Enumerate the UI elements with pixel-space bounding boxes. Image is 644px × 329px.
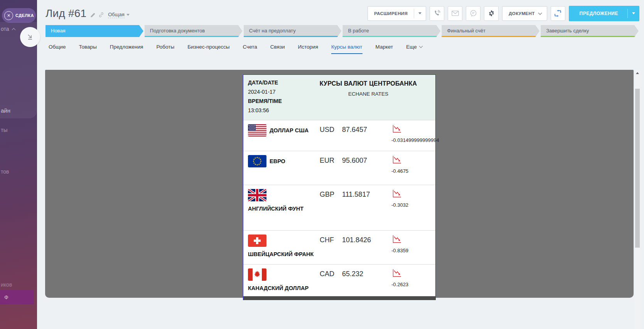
scrollbar-thumb[interactable] (635, 89, 640, 248)
email-button[interactable] (448, 6, 462, 21)
header-actions: РАСШИРЕНИЯ (368, 6, 639, 21)
downtrend-chart-icon (391, 268, 402, 278)
collapse-arrow-icon (26, 33, 34, 41)
chevron-down-icon (126, 14, 130, 17)
proposal-button[interactable]: ПРЕДЛОЖЕНИЕ (569, 6, 639, 21)
downtrend-chart-icon (391, 235, 402, 244)
table-row-gbp: АНГЛИЙСКИЙ ФУНТ GBP 111.5817 -0.3032 (243, 185, 435, 230)
downtrend-chart-icon (391, 189, 402, 199)
currency-code: CHF (320, 235, 342, 244)
stage-close-deal[interactable]: Завершить сделку (541, 25, 639, 37)
us-flag-icon (248, 124, 266, 137)
currency-rate: 111.5817 (342, 189, 385, 199)
tab-invoices[interactable]: Счета (243, 44, 257, 54)
widget-frame-area: ДАТА/DATE 2024-01-17 ВРЕМЯ/TIME 13:03:56… (45, 70, 634, 298)
currency-rate: 87.6457 (342, 124, 385, 134)
currency-delta: -0.3032 (391, 202, 435, 208)
currency-name: ШВЕЙЦАРСКИЙ ФРАНК (248, 250, 314, 258)
gear-icon (488, 10, 495, 17)
sidebar-item-active[interactable]: Ф (0, 290, 34, 304)
downtrend-chart-icon (391, 124, 402, 134)
view-switcher[interactable]: Общая (108, 12, 130, 18)
rates-title: КУРСЫ ВАЛЮТ ЦЕНТРОБАНКА (307, 80, 430, 87)
table-row-cad: КАНАДСКИЙ ДОЛЛАР CAD 65.232 -0.2623 (243, 264, 435, 296)
rates-header: ДАТА/DATE 2024-01-17 ВРЕМЯ/TIME 13:03:56… (243, 75, 435, 120)
page-title: Лид #61 (46, 7, 86, 20)
call-button[interactable] (430, 6, 444, 21)
date-value: 2024-01-17 (248, 87, 307, 97)
date-label: ДАТА/DATE (248, 78, 307, 87)
tab-robots[interactable]: Роботы (156, 44, 174, 54)
proposal-dropdown[interactable] (628, 11, 639, 16)
eu-flag-icon (248, 155, 266, 167)
gb-flag-icon (248, 189, 266, 201)
currency-rate: 65.232 (342, 268, 385, 278)
document-button[interactable]: ДОКУМЕНТ (502, 6, 547, 21)
currency-code: GBP (320, 189, 342, 199)
tab-currency-rates[interactable]: Курсы валют (331, 44, 362, 54)
scrollbar-up-button[interactable] (635, 70, 640, 76)
currency-delta: -0.2623 (391, 282, 435, 287)
close-icon[interactable]: × (4, 11, 13, 20)
currency-code: USD (320, 124, 342, 134)
widget-bottom-bar (243, 296, 435, 300)
left-sidebar: × СДЕЛКА ота айн ты тов иков Ф (0, 0, 37, 329)
deal-badge-label: СДЕЛКА (15, 13, 34, 18)
time-value: 13:03:56 (248, 106, 307, 115)
currency-delta: -0.031499999999994 (391, 137, 439, 143)
edit-pencil-icon[interactable] (90, 12, 96, 18)
envelope-icon (452, 10, 459, 16)
extensions-button[interactable]: РАСШИРЕНИЯ (368, 6, 426, 21)
rates-subtitle: ECHANE RATES (307, 91, 430, 97)
currency-delta: -0.8359 (391, 248, 435, 253)
currency-rates-widget: ДАТА/DATE 2024-01-17 ВРЕМЯ/TIME 13:03:56… (243, 74, 436, 300)
sidebar-collapse-button[interactable] (20, 27, 40, 47)
currency-rate: 101.8426 (342, 235, 385, 244)
stage-prepay-invoice[interactable]: Счёт на предоплату (244, 25, 342, 37)
downtrend-chart-icon (391, 155, 402, 165)
link-icon[interactable] (98, 12, 104, 18)
tab-market[interactable]: Маркет (376, 44, 393, 54)
currency-delta: -0.4675 (391, 168, 435, 174)
ca-flag-icon (248, 268, 266, 281)
stage-docs[interactable]: Подготовка документов (145, 25, 243, 37)
page-header: Лид #61 Общая РАСШИРЕНИЯ (37, 0, 644, 23)
tab-general[interactable]: Общие (49, 44, 66, 54)
time-label: ВРЕМЯ/TIME (248, 97, 307, 106)
ch-flag-icon (248, 235, 266, 247)
tab-quotes[interactable]: Предложения (110, 44, 143, 54)
currency-name: ЕВРО (270, 157, 285, 165)
stage-in-progress[interactable]: В работе (342, 25, 440, 37)
currency-rate: 95.6007 (342, 155, 385, 165)
currency-name: АНГЛИЙСКИЙ ФУНТ (248, 204, 303, 213)
table-row-usd: ДОЛЛАР США USD 87.6457 -0.03149999999999… (243, 120, 435, 151)
tab-products[interactable]: Товары (79, 44, 96, 54)
sidebar-item-products[interactable]: тов (1, 169, 9, 175)
settings-button[interactable] (484, 6, 499, 21)
expand-button[interactable] (551, 6, 565, 21)
tab-business-processes[interactable]: Бизнес-процессы (187, 44, 229, 54)
sidebar-item-timeline[interactable]: айн (1, 107, 10, 114)
table-row-chf: ШВЕЙЦАРСКИЙ ФРАНК CHF 101.8426 -0.8359 (243, 230, 435, 264)
stage-final-invoice[interactable]: Финальный счёт (442, 25, 539, 37)
tab-more[interactable]: Еще (406, 44, 422, 54)
tab-history[interactable]: История (298, 44, 318, 54)
extensions-dropdown[interactable] (414, 11, 426, 16)
sidebar-item-handbooks[interactable]: иков (1, 282, 12, 288)
currency-code: CAD (320, 268, 342, 278)
sidebar-item-contacts[interactable]: ты (1, 127, 8, 133)
tab-connections[interactable]: Связи (270, 44, 285, 54)
view-switcher-label: Общая (108, 12, 125, 18)
arrow-up-icon (636, 71, 639, 74)
pipeline-stage-bar: Новая Подготовка документов Счёт на пред… (46, 25, 639, 37)
sidebar-item-work[interactable]: ота (1, 26, 15, 32)
messenger-button[interactable] (466, 6, 480, 21)
phone-icon (433, 10, 441, 17)
table-row-eur: ЕВРО EUR 95.6007 -0.4675 (243, 151, 435, 185)
stage-new[interactable]: Новая (46, 25, 143, 37)
expand-arrows-icon (554, 9, 562, 17)
chevron-down-icon (419, 44, 423, 48)
deal-badge[interactable]: × СДЕЛКА (2, 8, 36, 23)
vertical-scrollbar[interactable] (635, 70, 640, 329)
main-area: Лид #61 Общая РАСШИРЕНИЯ (37, 0, 644, 329)
